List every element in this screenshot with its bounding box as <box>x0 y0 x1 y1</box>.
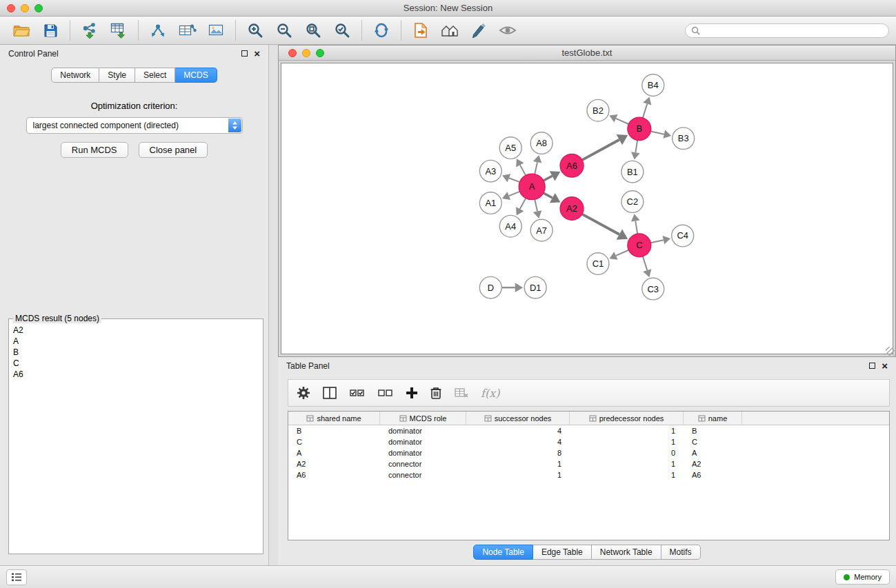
graph-edge-A6-B[interactable] <box>582 140 619 160</box>
graph-edge-A-A2[interactable] <box>544 193 552 198</box>
toolbar-separator <box>401 20 401 41</box>
graphics-details-button[interactable] <box>464 19 493 42</box>
tab-motifs[interactable]: Motifs <box>661 545 701 560</box>
table-options-button[interactable] <box>297 383 310 403</box>
graph-edge-B-B3[interactable] <box>650 131 664 134</box>
table-panel-tabs: Node TableEdge TableNetwork TableMotifs <box>278 545 896 560</box>
table-row[interactable]: A6connector11A6 <box>288 469 889 480</box>
graph-edge-B-B2[interactable] <box>616 119 628 124</box>
resize-grip[interactable] <box>886 347 895 356</box>
graph-edge-C-C3[interactable] <box>643 256 647 270</box>
memory-status-icon <box>844 574 850 580</box>
open-session-button[interactable] <box>7 19 36 42</box>
graph-node-label: B4 <box>648 80 659 90</box>
column-header-shared-name[interactable]: shared name <box>288 412 380 425</box>
zoom-in-button[interactable] <box>241 19 270 42</box>
table-row[interactable]: Adominator80A <box>288 447 889 458</box>
graph-edge-C-C2[interactable] <box>635 221 637 234</box>
close-table-panel-icon[interactable]: × <box>882 363 888 369</box>
result-item[interactable]: C <box>13 358 259 369</box>
import-network-icon <box>81 22 99 39</box>
table-cell: connector <box>380 471 466 479</box>
graph-node-label: A1 <box>485 198 496 208</box>
result-item[interactable]: B <box>13 347 259 358</box>
home-button[interactable] <box>435 19 464 42</box>
deselect-all-button[interactable] <box>377 383 394 403</box>
graph-node-label: D <box>488 283 494 293</box>
network-canvas[interactable]: AA2A6BCA1A3A4A5A7A8B1B2B3B4C1C2C3C4DD1 <box>281 63 893 354</box>
tab-select[interactable]: Select <box>135 68 175 83</box>
graph-edge-C-C1[interactable] <box>616 250 628 256</box>
graph-edge-A-A6[interactable] <box>544 176 552 181</box>
graph-edge-C-C4[interactable] <box>650 240 663 243</box>
zoom-selected-button[interactable] <box>328 19 357 42</box>
float-icon <box>241 50 248 57</box>
tab-node-table[interactable]: Node Table <box>473 545 533 560</box>
graph-edge-B-B4[interactable] <box>643 104 647 118</box>
save-session-button[interactable] <box>36 19 65 42</box>
result-item[interactable]: A <box>13 336 259 347</box>
tab-network-table[interactable]: Network Table <box>592 545 661 560</box>
column-header-successor-nodes[interactable]: successor nodes <box>466 412 570 425</box>
graph-edge-arrowhead <box>662 236 670 244</box>
delete-table-button[interactable] <box>454 383 469 403</box>
new-network-table-button[interactable] <box>172 19 201 42</box>
graph-edge-A2-C[interactable] <box>582 214 619 234</box>
table-cell: A2 <box>684 460 742 468</box>
function-builder-button[interactable]: f(x) <box>481 383 499 403</box>
zoom-out-button[interactable] <box>270 19 299 42</box>
column-header-predecessor-nodes[interactable]: predecessor nodes <box>570 412 684 425</box>
graph-node-label: A5 <box>505 143 516 153</box>
graph-node-label: A3 <box>485 166 496 176</box>
select-all-button[interactable] <box>349 383 366 403</box>
column-header-name[interactable]: name <box>684 412 742 425</box>
graph-node-label: C3 <box>648 284 659 294</box>
graph-edge-A-A3[interactable] <box>509 178 520 182</box>
table-cell: C <box>684 438 742 446</box>
graph-edge-A-A4[interactable] <box>520 198 526 209</box>
graph-edge-A-A8[interactable] <box>535 162 537 174</box>
float-panel-button[interactable] <box>241 49 248 59</box>
column-header-MCDS-role[interactable]: MCDS role <box>380 412 466 425</box>
tab-mcds[interactable]: MCDS <box>175 68 217 83</box>
new-network-button[interactable] <box>143 19 172 42</box>
graph-node-label: A8 <box>536 138 547 148</box>
run-mcds-button[interactable]: Run MCDS <box>61 142 128 158</box>
export-image-button[interactable] <box>201 19 230 42</box>
task-history-button[interactable] <box>6 569 27 585</box>
table-toolbar: f(x) <box>288 379 890 407</box>
table-row[interactable]: Cdominator41C <box>288 436 889 447</box>
plus-icon <box>406 387 418 399</box>
close-panel-button[interactable]: Close panel <box>139 142 208 158</box>
show-columns-button[interactable] <box>322 383 337 403</box>
search-input[interactable] <box>704 26 883 35</box>
add-column-button[interactable] <box>406 383 418 403</box>
apply-layout-button[interactable] <box>367 19 396 42</box>
open-folder-icon <box>12 23 30 37</box>
float-table-panel-button[interactable] <box>869 361 875 371</box>
delete-column-button[interactable] <box>430 383 442 403</box>
zoom-fit-button[interactable] <box>299 19 328 42</box>
memory-button[interactable]: Memory <box>835 569 890 585</box>
graph-edge-B-B1[interactable] <box>635 140 637 152</box>
network-graph: AA2A6BCA1A3A4A5A7A8B1B2B3B4C1C2C3C4DD1 <box>281 63 893 354</box>
result-item[interactable]: A6 <box>13 369 259 380</box>
table-row[interactable]: Bdominator41B <box>288 425 889 436</box>
show-hide-button[interactable] <box>493 19 522 42</box>
open-document-button[interactable] <box>406 19 435 42</box>
criterion-select[interactable]: largest connected component (directed) <box>26 117 243 134</box>
result-item[interactable]: A2 <box>13 325 259 336</box>
graph-edge-A-A7[interactable] <box>535 199 537 211</box>
tab-edge-table[interactable]: Edge Table <box>533 545 592 560</box>
tab-network[interactable]: Network <box>51 68 99 83</box>
tab-style[interactable]: Style <box>99 68 135 83</box>
graph-edge-A-A1[interactable] <box>509 192 520 196</box>
graph-edge-arrowhead <box>631 214 640 221</box>
search-field[interactable] <box>685 23 889 38</box>
graph-edge-A-A5[interactable] <box>520 165 526 175</box>
table-row[interactable]: A2connector11A2 <box>288 458 889 469</box>
import-table-button[interactable] <box>104 19 133 42</box>
close-panel-icon[interactable]: × <box>254 50 260 57</box>
control-panel: Control Panel × NetworkStyleSelectMCDS O… <box>0 45 269 565</box>
import-network-button[interactable] <box>75 19 104 42</box>
